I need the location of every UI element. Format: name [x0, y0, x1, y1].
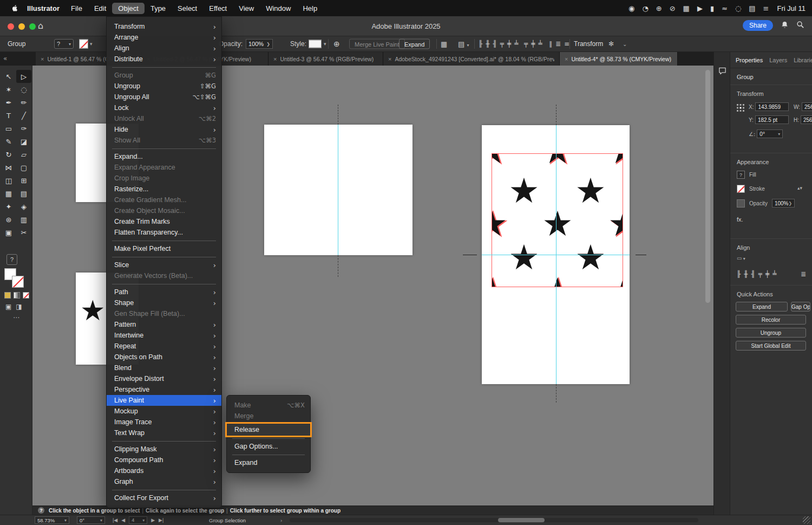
stroke-color-swatch[interactable] [12, 276, 24, 288]
quick-action-ungroup[interactable]: Ungroup [736, 328, 806, 338]
opacity-dropdown[interactable]: 100% ❯ [772, 199, 795, 208]
pattern-tile[interactable]: ★★★★★★★★★★★★★★★★★★★★★ [492, 153, 623, 287]
column-graph-tool[interactable]: ▥ [16, 213, 31, 226]
battery-icon[interactable]: ▮ [710, 4, 714, 12]
menubar-item-effect[interactable]: Effect [203, 3, 233, 14]
shaper-tool[interactable]: ✎ [1, 135, 16, 148]
tab-close-icon[interactable]: × [388, 56, 391, 62]
align-top-icon[interactable]: ╤ [524, 40, 528, 48]
wifi-icon[interactable]: ≈ [722, 4, 728, 12]
tab-close-icon[interactable]: × [273, 56, 277, 62]
rotate-tool[interactable]: ↻ [1, 148, 16, 161]
help-circle-icon[interactable]: ? [38, 507, 44, 514]
tab-close-icon[interactable]: × [41, 56, 44, 62]
menu-item-shape[interactable]: Shape› [107, 297, 221, 308]
gradient-swatch[interactable] [14, 292, 20, 299]
quick-action-gap-options[interactable]: Gap Options [791, 302, 810, 312]
star-shape[interactable]: ★ [575, 173, 606, 208]
none-swatch[interactable] [23, 292, 29, 299]
menu-item-envelope-distort[interactable]: Envelope Distort› [107, 373, 221, 384]
star-shape[interactable]: ★ [542, 206, 573, 241]
menu-item-align[interactable]: Align› [107, 43, 221, 54]
distribute-vertical-icon[interactable]: ≣ [555, 40, 561, 48]
menu-item-create-trim-marks[interactable]: Create Trim Marks [107, 216, 221, 227]
menubar-item-window[interactable]: Window [260, 3, 297, 14]
toolbar-help-icon[interactable]: ? [6, 254, 17, 265]
align-h-center-icon[interactable]: ╫ [744, 270, 748, 278]
expand-button[interactable]: Expand [399, 39, 430, 49]
document-tab-untitled-3[interactable]: ×Untitled-3 @ 56.47 % (RGB/Preview) [269, 52, 383, 66]
next-artboard-icon[interactable]: ▶ [151, 517, 155, 523]
previous-artboard-icon[interactable]: ◀ [121, 517, 125, 523]
artboard-3[interactable] [264, 125, 412, 255]
y-input[interactable]: 182.5 pt [755, 115, 789, 124]
quick-action-recolor[interactable]: Recolor [736, 315, 806, 325]
artboard-number-dropdown[interactable]: 4 ▾ [129, 516, 147, 524]
notifications-bell-icon[interactable] [781, 21, 789, 31]
artboard-options-icon[interactable]: ▤ ▾ [458, 40, 469, 48]
star-shape[interactable]: ★ [492, 153, 508, 168]
pen-tool[interactable]: ✒ [1, 96, 16, 109]
grid-icon[interactable]: ▦ [683, 4, 690, 12]
distribute-horizontal-icon[interactable]: ∥ [549, 40, 552, 48]
isolate-selection-icon[interactable]: ▦ [441, 40, 447, 48]
align-right-icon[interactable]: ╢ [493, 40, 496, 48]
transform-label[interactable]: Transform [574, 40, 603, 48]
star-shape[interactable]: ★ [508, 240, 539, 275]
scale-tool[interactable]: ▱ [16, 148, 31, 161]
rectangle-tool[interactable]: ▭ [1, 122, 16, 135]
menu-item-clipping-mask[interactable]: Clipping Mask› [107, 444, 221, 455]
magic-wand-tool[interactable]: ✶ [1, 83, 16, 96]
menubar-item-edit[interactable]: Edit [88, 3, 112, 14]
menubar-item-file[interactable]: File [65, 3, 88, 14]
shear-icon[interactable]: ✻ [608, 40, 614, 48]
first-artboard-icon[interactable]: |◀ [113, 517, 117, 523]
menu-item-text-wrap[interactable]: Text Wrap› [107, 427, 221, 438]
eyedropper-tool[interactable]: ✦ [1, 200, 16, 213]
slice-tool[interactable]: ✂ [16, 226, 31, 239]
star-shape[interactable]: ★ [542, 153, 573, 168]
align-bottom-icon[interactable]: ╧ [772, 270, 776, 278]
rotation-dropdown[interactable]: 0° ▾ [757, 129, 783, 138]
submenu-item-gap-options[interactable]: Gap Options... [227, 441, 310, 452]
align-v-center-icon[interactable]: ╪ [507, 40, 511, 48]
align-v-center-icon[interactable]: ╪ [531, 40, 535, 48]
menu-item-arrange[interactable]: Arrange› [107, 32, 221, 43]
menu-item-perspective[interactable]: Perspective› [107, 384, 221, 395]
paintbrush-tool[interactable]: ✑ [16, 122, 31, 135]
quick-action-expand[interactable]: Expand [736, 302, 788, 312]
eraser-tool[interactable]: ◪ [16, 135, 31, 148]
control-center-icon[interactable]: ▤ [749, 4, 755, 12]
opacity-swatch[interactable] [737, 199, 745, 208]
menu-item-ungroup-all[interactable]: Ungroup All⌥⇧⌘G [107, 92, 221, 102]
canvas-vertical-scrollbar[interactable] [705, 69, 710, 501]
tab-close-icon[interactable]: × [565, 56, 568, 62]
chevron-down-icon[interactable]: ▾ [324, 41, 326, 47]
rotation-dropdown[interactable]: 0° ▾ [77, 516, 105, 524]
curvature-tool[interactable]: ✏ [16, 96, 31, 109]
menubar-item-object[interactable]: Object [112, 3, 145, 14]
menu-item-transform[interactable]: Transform› [107, 21, 221, 32]
chevron-right-icon[interactable]: › [280, 517, 282, 523]
perspective-grid-tool[interactable]: ⊞ [16, 174, 31, 187]
star-shape[interactable]: ★ [542, 273, 573, 287]
type-tool[interactable]: T [1, 109, 16, 122]
zoom-level-dropdown[interactable]: 58.73% ▾ [35, 516, 69, 524]
shape-builder-tool[interactable]: ◫ [1, 174, 16, 187]
menu-item-artboards[interactable]: Artboards› [107, 465, 221, 476]
help-dropdown[interactable]: ? ▾ [54, 39, 74, 49]
menu-item-make-pixel-perfect[interactable]: Make Pixel Perfect [107, 243, 221, 254]
canvas-horizontal-scrollbar[interactable] [290, 518, 698, 522]
align-bottom-icon[interactable]: ╧ [514, 40, 518, 48]
symbol-sprayer-tool[interactable]: ⊛ [1, 213, 16, 226]
color-swatch[interactable] [4, 292, 11, 299]
chevron-down-icon[interactable]: ⌄ [623, 41, 627, 47]
document-tab-untitled-4[interactable]: ×Untitled-4* @ 58.73 % (CMYK/Preview) [560, 52, 678, 66]
app-switcher-icon[interactable]: ≡ [763, 4, 769, 12]
star-shape[interactable]: ★ [492, 273, 508, 287]
panel-tab-libraries[interactable]: Libraries [794, 57, 812, 63]
chevron-down-icon[interactable]: ▾ [90, 41, 93, 47]
mesh-tool[interactable]: ▦ [1, 187, 16, 200]
menu-item-rasterize[interactable]: Rasterize... [107, 184, 221, 195]
quick-action-start-global-edit[interactable]: Start Global Edit [736, 341, 806, 351]
